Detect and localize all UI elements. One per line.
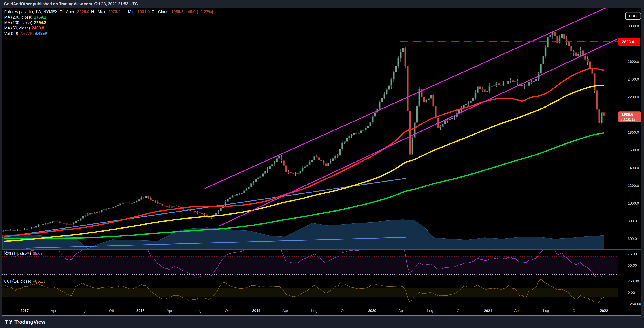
rsi-label: RSI (14, close)	[4, 251, 31, 256]
time-tick-month: Ott	[457, 309, 462, 313]
price-tick: 1000.0	[628, 201, 639, 205]
time-tick-month: Lug	[311, 309, 317, 313]
ohlc-high-label: H - Max.	[91, 9, 106, 14]
ma100-legend-row: MA (100, close) 2294.8	[4, 20, 213, 25]
ma50-label: MA (50, close)	[4, 25, 30, 31]
ohlc-high-value: 2078.0	[108, 9, 120, 14]
svg-text:23:16:12: 23:16:12	[620, 117, 636, 122]
ohlc-close-label: C - Chius.	[152, 9, 170, 14]
time-tick-month: Lug	[427, 309, 433, 313]
ohlc-close-value: 1989.5	[171, 9, 184, 14]
price-tick: 1400.0	[628, 166, 639, 170]
time-tick-month: Apr	[51, 309, 56, 313]
ma50-value: 2468.8	[32, 25, 44, 31]
magenta-channel-lower	[218, 39, 618, 226]
ohlc-open-label: O - Aper.	[59, 9, 75, 14]
last-price-badge[interactable]: 1989.523:16:12	[618, 111, 641, 122]
price-tick: 2400.0	[628, 77, 639, 81]
currency-badge[interactable]: USD	[626, 12, 641, 20]
ohlc-low-label: L - Min.	[122, 9, 136, 14]
price-tick: 800.0	[628, 219, 637, 223]
price-tick: 2200.0	[628, 95, 639, 99]
price-tick: 2600.0	[628, 59, 639, 63]
vol-label: Vol (20)	[4, 31, 18, 36]
time-tick-month: Lug	[195, 309, 202, 313]
rsi-tick: 50.00	[628, 263, 637, 267]
tradingview-brand-text: TradingView	[14, 319, 45, 325]
resistance-price-badge[interactable]: 2823.0	[618, 38, 640, 46]
time-tick-year: 2022	[600, 309, 608, 313]
cci-tick: 0.00	[628, 291, 635, 295]
svg-text:2823.0: 2823.0	[622, 40, 634, 44]
price-tick: 1200.0	[628, 183, 639, 188]
time-tick-month: Ott	[572, 309, 578, 313]
svg-text:1989.5: 1989.5	[622, 112, 633, 117]
ma50-legend-row: MA (50, close) 2468.8	[4, 25, 213, 31]
vol-ma-value: 7.677K	[20, 31, 33, 36]
chart-canvas[interactable]: 3000.02800.02600.02400.02200.02000.01800…	[2, 8, 641, 317]
rsi-value: 35.67	[33, 251, 43, 256]
time-tick-month: Apr	[398, 309, 404, 313]
time-tick-month: Ott	[109, 309, 114, 313]
time-tick-month: Apr	[282, 309, 288, 313]
ma200-legend-row: MA (200, close) 1769.2	[4, 14, 213, 20]
chart-shell: 3000.02800.02600.02400.02200.02000.01800…	[2, 8, 641, 317]
moving-averages	[4, 68, 604, 241]
symbol-title: Futures palladio, 1W, NYMEX	[4, 9, 58, 14]
price-tick: 1800.0	[628, 130, 639, 134]
cci-pane	[2, 279, 618, 303]
cci-label: CCI (14, close)	[4, 279, 31, 284]
time-tick-month: Lug	[79, 309, 86, 313]
time-axis[interactable]: 2017AprLugOtt2018AprLugOtt2019AprLugOtt2…	[20, 309, 608, 313]
ohlc-open-value: 2025.0	[77, 9, 89, 14]
tradingview-brand[interactable]: TradingView	[5, 319, 45, 325]
time-tick-month: Lug	[543, 309, 549, 313]
cci-value: −66.13	[33, 279, 45, 284]
ma50-line	[4, 68, 604, 236]
time-tick-year: 2019	[252, 309, 260, 313]
main-legend: Futures palladio, 1W, NYMEX O - Aper.202…	[4, 9, 213, 36]
vol-value: 9.435K	[34, 31, 48, 36]
ma200-line	[4, 133, 604, 239]
time-tick-year: 2018	[136, 309, 145, 313]
time-tick-year: 2021	[484, 309, 492, 313]
price-axis[interactable]: 3000.02800.02600.02400.02200.02000.01800…	[618, 12, 641, 306]
cci-tick: 250.00	[628, 279, 639, 283]
time-tick-month: Ott	[341, 309, 346, 313]
ma100-label: MA (100, close)	[4, 20, 32, 25]
ma200-label: MA (200, close)	[4, 14, 32, 20]
cci-tick: −250.00	[628, 302, 641, 306]
symbol-legend-row: Futures palladio, 1W, NYMEX O - Aper.202…	[4, 9, 213, 14]
tradingview-logo-icon	[5, 319, 12, 325]
ma200-value: 1769.2	[34, 14, 46, 20]
published-bar: GoldAndOther published on TradingView.co…	[0, 0, 644, 8]
change-value: −46.0 (−2.27%)	[185, 9, 213, 14]
cci-legend: CCI (14, close) −66.13	[4, 279, 45, 284]
candles-layer	[3, 30, 605, 232]
ma100-value: 2294.8	[34, 20, 46, 25]
time-tick-year: 2017	[20, 309, 29, 313]
time-tick-month: Apr	[514, 309, 520, 313]
price-tick: 1600.0	[628, 148, 639, 152]
published-text: GoldAndOther published on TradingView.co…	[4, 1, 138, 6]
rsi-legend: RSI (14, close) 35.67	[4, 251, 43, 256]
volume-legend-row: Vol (20) 7.677K 9.435K	[4, 31, 213, 36]
footer-bar: TradingView	[0, 317, 644, 328]
ma100-line	[4, 86, 604, 242]
time-tick-month: Ott	[225, 309, 230, 313]
trendlines-over	[204, 8, 618, 226]
svg-text:USD: USD	[629, 14, 637, 18]
price-tick: 600.0	[628, 237, 637, 241]
time-tick-year: 2020	[368, 309, 376, 313]
ohlc-low-value: 1931.0	[137, 9, 150, 14]
time-tick-month: Apr	[166, 309, 172, 313]
rsi-tick: 75.00	[628, 252, 637, 256]
price-tick: 3000.0	[628, 24, 639, 28]
